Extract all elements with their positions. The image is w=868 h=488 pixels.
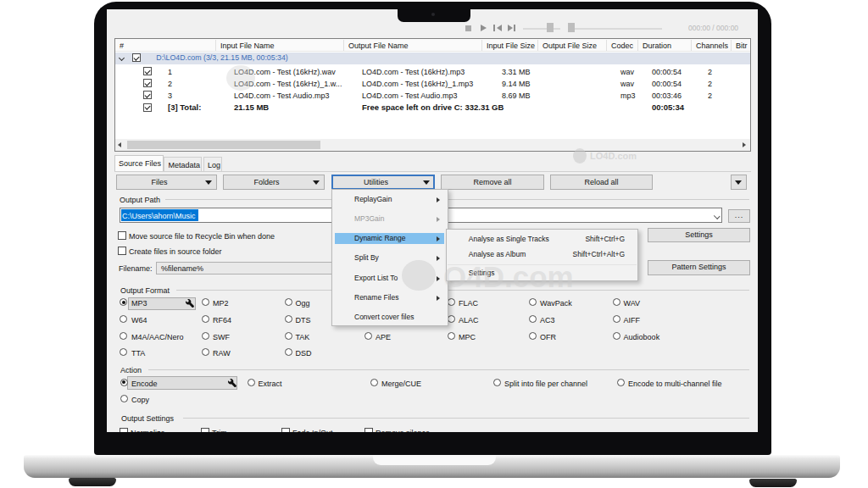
svg-text:LO4D.com: LO4D.com — [590, 151, 637, 161]
svg-text:O4D.com: O4D.com — [443, 260, 574, 293]
